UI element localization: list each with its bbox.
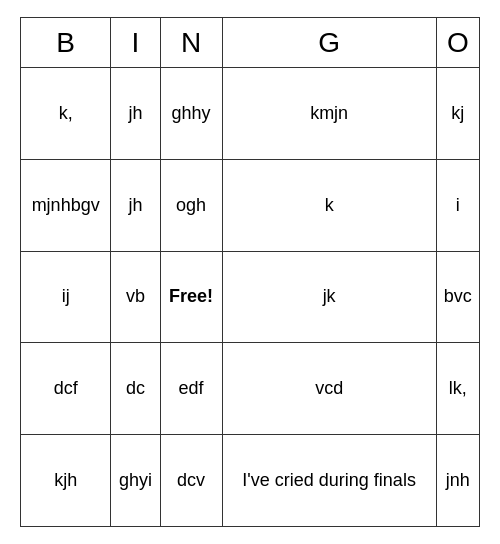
cell-2-2: Free! <box>160 251 222 343</box>
bingo-card: B I N G O k, jh ghhy kmjn kj mjnhbgv jh … <box>20 17 480 527</box>
header-g: G <box>222 18 436 68</box>
cell-4-3: I've cried during finals <box>222 435 436 527</box>
cell-1-0: mjnhbgv <box>21 159 111 251</box>
cell-0-1: jh <box>111 68 160 160</box>
cell-2-1: vb <box>111 251 160 343</box>
cell-3-1: dc <box>111 343 160 435</box>
header-b: B <box>21 18 111 68</box>
cell-2-0: ij <box>21 251 111 343</box>
header-n: N <box>160 18 222 68</box>
cell-4-0: kjh <box>21 435 111 527</box>
cell-2-4: bvc <box>436 251 479 343</box>
cell-1-3: k <box>222 159 436 251</box>
cell-1-4: i <box>436 159 479 251</box>
cell-3-4: lk, <box>436 343 479 435</box>
cell-1-2: ogh <box>160 159 222 251</box>
header-row: B I N G O <box>21 18 480 68</box>
table-row: kjh ghyi dcv I've cried during finals jn… <box>21 435 480 527</box>
cell-0-3: kmjn <box>222 68 436 160</box>
cell-4-2: dcv <box>160 435 222 527</box>
cell-0-0: k, <box>21 68 111 160</box>
cell-4-4: jnh <box>436 435 479 527</box>
cell-3-2: edf <box>160 343 222 435</box>
cell-3-3: vcd <box>222 343 436 435</box>
table-row: mjnhbgv jh ogh k i <box>21 159 480 251</box>
cell-2-3: jk <box>222 251 436 343</box>
table-row: dcf dc edf vcd lk, <box>21 343 480 435</box>
cell-4-1: ghyi <box>111 435 160 527</box>
header-o: O <box>436 18 479 68</box>
header-i: I <box>111 18 160 68</box>
cell-0-4: kj <box>436 68 479 160</box>
table-row: k, jh ghhy kmjn kj <box>21 68 480 160</box>
cell-0-2: ghhy <box>160 68 222 160</box>
table-row: ij vb Free! jk bvc <box>21 251 480 343</box>
cell-1-1: jh <box>111 159 160 251</box>
bingo-table: B I N G O k, jh ghhy kmjn kj mjnhbgv jh … <box>20 17 480 527</box>
cell-3-0: dcf <box>21 343 111 435</box>
